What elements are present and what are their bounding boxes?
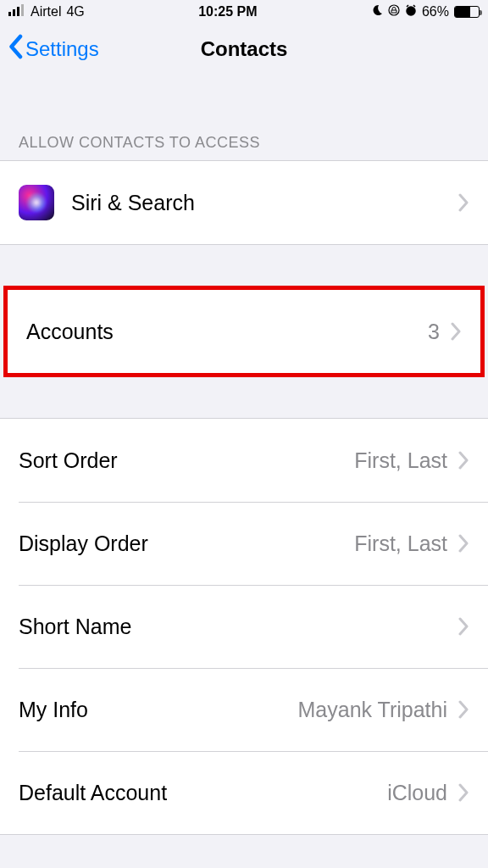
chevron-right-icon	[458, 193, 469, 212]
my-info-value: Mayank Tripathi	[298, 698, 447, 722]
svg-rect-3	[21, 4, 24, 16]
siri-label: Siri & Search	[71, 191, 195, 215]
row-accounts[interactable]: Accounts 3	[8, 290, 480, 373]
battery-pct-label: 66%	[422, 4, 449, 19]
battery-icon	[454, 6, 480, 18]
chevron-right-icon	[458, 783, 469, 802]
chevron-right-icon	[458, 700, 469, 719]
siri-app-icon	[19, 185, 54, 220]
chevron-right-icon	[458, 451, 469, 470]
chevron-right-icon	[450, 322, 462, 341]
status-bar: Airtel 4G 10:25 PM 66%	[0, 0, 488, 24]
row-display-order[interactable]: Display Order First, Last	[0, 502, 488, 585]
svg-rect-1	[13, 9, 15, 16]
group-options: Sort Order First, Last Display Order Fir…	[0, 418, 488, 835]
row-short-name[interactable]: Short Name	[0, 585, 488, 668]
back-label: Settings	[25, 37, 99, 61]
chevron-right-icon	[458, 534, 469, 553]
accounts-label: Accounts	[26, 320, 114, 344]
nav-bar: Settings Contacts	[0, 24, 488, 75]
display-order-value: First, Last	[354, 531, 447, 556]
sort-order-value: First, Last	[354, 448, 447, 473]
my-info-label: My Info	[19, 698, 88, 722]
svg-rect-0	[8, 12, 11, 16]
alarm-icon	[405, 4, 417, 19]
sort-order-label: Sort Order	[19, 448, 118, 473]
svg-rect-2	[17, 7, 19, 16]
signal-icon	[8, 4, 25, 19]
group-access: Siri & Search	[0, 160, 488, 245]
chevron-right-icon	[458, 617, 469, 636]
default-account-label: Default Account	[19, 781, 167, 805]
moon-icon	[371, 4, 383, 19]
accounts-value: 3	[428, 320, 440, 344]
row-sort-order[interactable]: Sort Order First, Last	[0, 419, 488, 502]
back-button[interactable]: Settings	[0, 34, 99, 64]
display-order-label: Display Order	[19, 531, 148, 556]
row-my-info[interactable]: My Info Mayank Tripathi	[0, 668, 488, 751]
short-name-label: Short Name	[19, 615, 131, 639]
chevron-left-icon	[7, 34, 24, 64]
status-time: 10:25 PM	[198, 4, 257, 19]
svg-point-5	[407, 7, 415, 15]
carrier-label: Airtel	[30, 4, 61, 19]
network-label: 4G	[66, 4, 84, 19]
row-siri-search[interactable]: Siri & Search	[0, 161, 488, 244]
row-default-account[interactable]: Default Account iCloud	[0, 751, 488, 834]
section-header-access: ALLOW CONTACTS TO ACCESS	[0, 75, 488, 160]
default-account-value: iCloud	[387, 781, 447, 805]
group-accounts-highlight: Accounts 3	[3, 286, 485, 377]
rotation-lock-icon	[388, 4, 400, 19]
